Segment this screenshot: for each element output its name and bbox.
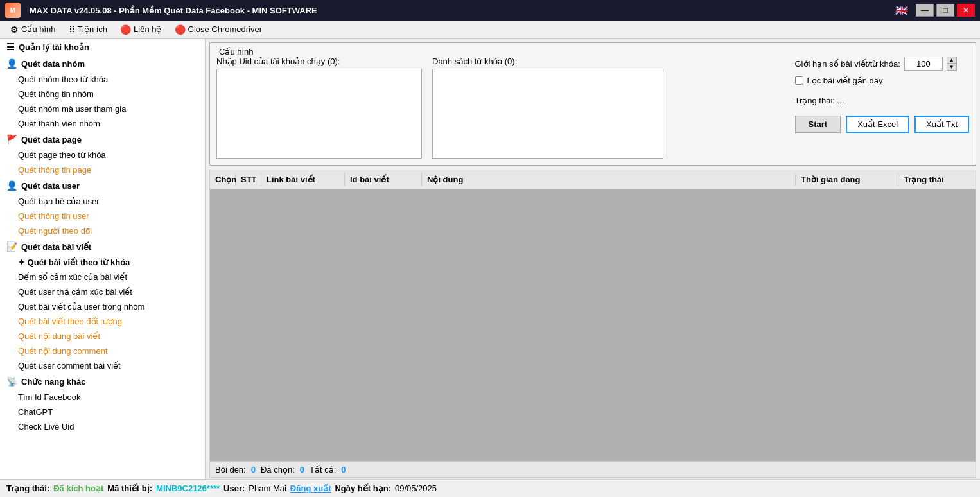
- sidebar-item-chatgpt[interactable]: ChatGPT: [0, 405, 205, 419]
- user-value: Pham Mai: [249, 484, 286, 493]
- export-excel-button[interactable]: Xuất Excel: [846, 116, 909, 133]
- app-title: MAX DATA v24.05.08 - Phần Mềm Quét Data …: [30, 6, 893, 15]
- sidebar-item-tim-id-facebook[interactable]: Tìm Id Facebook: [0, 390, 205, 405]
- maximize-button[interactable]: □: [936, 4, 954, 17]
- filter-checkbox[interactable]: [795, 76, 803, 85]
- status-row: Trạng thái: ...: [795, 96, 970, 105]
- config-legend: Cấu hình: [216, 47, 969, 57]
- sidebar-item-dem-so-cam-xuc[interactable]: Đếm số cảm xúc của bài viết: [0, 270, 205, 284]
- menu-lienhe[interactable]: 🔴 Liên hệ: [114, 23, 168, 36]
- sidebar-item-check-live-uid[interactable]: Check Live Uid: [0, 419, 205, 434]
- action-buttons: Start Xuất Excel Xuất Txt: [795, 116, 970, 133]
- keywords-textarea[interactable]: [432, 69, 663, 159]
- config-row: Nhập Uid của tài khoản chạy (0): Danh sá…: [216, 57, 969, 159]
- sidebar-item-quet-thong-tin-nhom[interactable]: Quét thông tin nhóm: [0, 87, 205, 101]
- minimize-button[interactable]: —: [916, 4, 934, 17]
- sidebar-item-chuc-nang-khac[interactable]: 📡 Chức năng khác: [0, 373, 205, 390]
- status-bar: Trạng thái: Đã kích hoạt Mã thiết bị: MI…: [0, 479, 980, 497]
- status-label: Trạng thái:: [795, 96, 835, 105]
- trang-thai-label: Trạng thái:: [6, 484, 49, 493]
- sidebar-item-quet-bai-viet-cua-user-trong-nhom[interactable]: Quét bài viết của user trong nhóm: [0, 299, 205, 314]
- col-id-bai-viet: Id bài viết: [345, 173, 422, 186]
- col-noi-dung: Nội dung: [422, 173, 796, 186]
- config-box: Cấu hình Nhập Uid của tài khoản chạy (0)…: [209, 42, 976, 166]
- uid-input-col: Nhập Uid của tài khoản chạy (0):: [216, 57, 422, 159]
- sidebar-item-quet-user-tha-cam-xuc[interactable]: Quét user thả cảm xúc bài viết: [0, 284, 205, 299]
- keywords-col: Danh sách từ khóa (0):: [432, 57, 663, 159]
- table-header: Chọn STT Link bài viết Id bài viết Nội d…: [209, 170, 976, 189]
- uid-textarea[interactable]: [216, 69, 422, 159]
- page-flag-icon: 🚩: [6, 134, 17, 144]
- language-flag[interactable]: 🇬🇧: [893, 4, 911, 17]
- sidebar-item-quet-nhom-ma-user-tham-gia[interactable]: Quét nhóm mà user tham gia: [0, 101, 205, 116]
- sidebar-quan-ly-label: Quản lý tài khoản: [19, 42, 89, 52]
- sidebar-item-quet-thanh-vien-nhom[interactable]: Quét thành viên nhóm: [0, 116, 205, 131]
- sidebar-item-quet-data-page[interactable]: 🚩 Quét data page: [0, 131, 205, 148]
- heart-icon: 🔴: [120, 24, 131, 35]
- menu-closedriver-label: Close Chromedriver: [188, 24, 263, 34]
- sidebar: ☰ Quản lý tài khoản 👤 Quét data nhóm Qué…: [0, 39, 206, 479]
- grid-icon: ⠿: [69, 24, 75, 35]
- main-content: ☰ Quản lý tài khoản 👤 Quét data nhóm Qué…: [0, 39, 980, 479]
- sidebar-item-quet-bai-viet-theo-tu-khoa[interactable]: ✦ Quét bài viết theo từ khóa: [0, 255, 205, 270]
- post-icon: 📝: [6, 241, 17, 252]
- sidebar-item-quet-noi-dung-bai-viet[interactable]: Quét nội dung bài viết: [0, 329, 205, 344]
- keywords-label: Danh sách từ khóa (0):: [432, 57, 663, 66]
- spin-down-button[interactable]: ▼: [947, 64, 957, 71]
- sidebar-item-quet-ban-be-cua-user[interactable]: Quét bạn bè của user: [0, 194, 205, 209]
- tat-ca-value: 0: [341, 465, 346, 475]
- sidebar-item-quet-nguoi-theo-doi[interactable]: Quét người theo dõi: [0, 223, 205, 238]
- close-driver-icon: 🔴: [175, 24, 186, 35]
- table-body: [209, 189, 976, 462]
- boi-den-value: 0: [251, 465, 256, 475]
- title-bar: M MAX DATA v24.05.08 - Phần Mềm Quét Dat…: [0, 0, 980, 21]
- spin-up-button[interactable]: ▲: [947, 57, 957, 64]
- sidebar-quet-page-label: Quét data page: [21, 135, 82, 144]
- right-panel: Cấu hình Nhập Uid của tài khoản chạy (0)…: [206, 39, 980, 479]
- trang-thai-value: Đã kích hoạt: [53, 484, 103, 493]
- export-txt-button[interactable]: Xuất Txt: [914, 116, 969, 133]
- sidebar-item-quet-noi-dung-comment[interactable]: Quét nội dung comment: [0, 344, 205, 358]
- ma-thiet-bi-label: Mã thiết bị:: [107, 484, 152, 493]
- sidebar-item-quet-data-nhom[interactable]: 👤 Quét data nhóm: [0, 55, 205, 72]
- menu-cauhinh[interactable]: ⚙ Cấu hình: [4, 23, 62, 36]
- dang-xuat-link[interactable]: Đăng xuất: [290, 484, 331, 493]
- close-button[interactable]: ✕: [957, 4, 975, 17]
- tat-ca-label: Tất cả:: [310, 465, 336, 475]
- sidebar-item-quet-thong-tin-page[interactable]: Quét thông tin page: [0, 162, 205, 177]
- uid-label: Nhập Uid của tài khoản chạy (0):: [216, 57, 422, 66]
- menu-closedriver[interactable]: 🔴 Close Chromedriver: [168, 23, 269, 36]
- menu-lienhe-label: Liên hệ: [134, 24, 161, 34]
- sidebar-item-quet-data-user[interactable]: 👤 Quét data user: [0, 177, 205, 194]
- col-trang-thai: Trạng thái: [898, 173, 976, 186]
- ngay-het-han-value: 09/05/2025: [395, 484, 437, 493]
- config-right-col: Giới hạn số bài viết/từ khóa: ▲ ▼ Lọc bà…: [789, 57, 970, 133]
- menu-bar: ⚙ Cấu hình ⠿ Tiện ích 🔴 Liên hệ 🔴 Close …: [0, 21, 980, 39]
- sidebar-item-quet-bai-viet-theo-doi-tuong[interactable]: Quét bài viết theo đối tượng: [0, 314, 205, 329]
- sidebar-item-quan-ly-tai-khoan[interactable]: ☰ Quản lý tài khoản: [0, 39, 205, 55]
- start-button[interactable]: Start: [795, 116, 841, 133]
- sidebar-item-quet-page-theo-tu-khoa[interactable]: Quét page theo từ khóa: [0, 148, 205, 162]
- user-icon: 👤: [6, 180, 17, 191]
- filter-label: Lọc bài viết gần đây: [807, 76, 883, 85]
- user-group-icon: 👤: [6, 58, 17, 69]
- sidebar-chuc-nang-khac-label: Chức năng khác: [21, 377, 85, 387]
- user-label: User:: [223, 484, 245, 493]
- menu-cauhinh-label: Cấu hình: [21, 24, 56, 34]
- da-chon-label: Đã chọn:: [261, 465, 295, 475]
- col-chon: Chọn: [210, 173, 236, 186]
- limit-row: Giới hạn số bài viết/từ khóa: ▲ ▼: [795, 57, 970, 71]
- sidebar-item-quet-user-comment-bai-viet[interactable]: Quét user comment bài viết: [0, 358, 205, 373]
- gear-icon: ⚙: [10, 24, 19, 35]
- sidebar-item-quet-data-bai-viet[interactable]: 📝 Quét data bài viết: [0, 238, 205, 255]
- menu-tienich[interactable]: ⠿ Tiện ích: [62, 23, 114, 36]
- sidebar-item-quet-nhom-theo-tu-khoa[interactable]: Quét nhóm theo từ khóa: [0, 72, 205, 87]
- table-footer: Bôi đen: 0 Đã chọn: 0 Tất cả: 0: [209, 462, 976, 478]
- limit-input[interactable]: [904, 57, 943, 71]
- filter-checkbox-row: Lọc bài viết gần đây: [795, 76, 970, 85]
- ma-thiet-bi-value: MINB9C2126****: [156, 484, 220, 493]
- menu-tienich-label: Tiện ích: [78, 24, 108, 34]
- ngay-het-han-label: Ngày hết hạn:: [335, 484, 391, 493]
- sidebar-quet-nhom-label: Quét data nhóm: [21, 59, 85, 69]
- sidebar-item-quet-thong-tin-user[interactable]: Quét thông tin user: [0, 209, 205, 223]
